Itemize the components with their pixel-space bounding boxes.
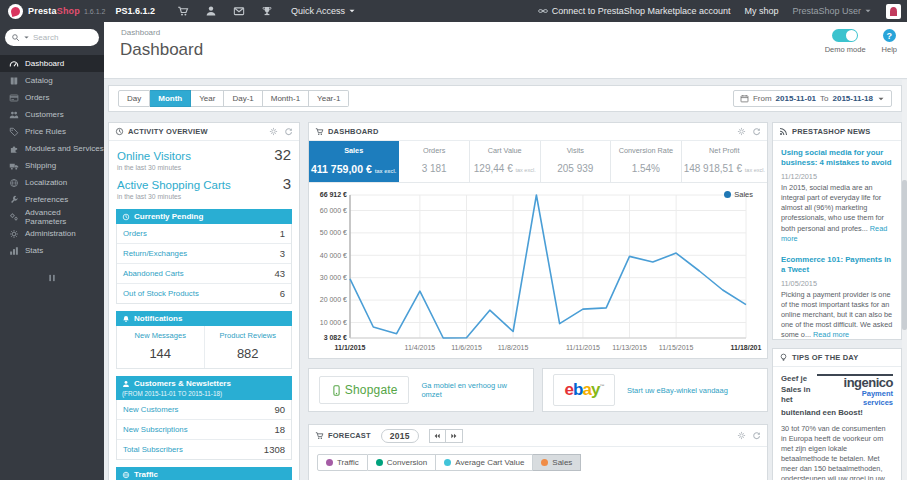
gear-icon[interactable] bbox=[737, 127, 746, 136]
pending-label[interactable]: Abandoned Carts bbox=[123, 269, 184, 278]
forecast-toggle-conversion[interactable]: Conversion bbox=[368, 454, 436, 471]
gear-icon[interactable] bbox=[737, 431, 746, 440]
sidebar-collapse-button[interactable] bbox=[0, 273, 104, 283]
gear-icon[interactable] bbox=[269, 127, 278, 136]
notification-value: 144 bbox=[119, 346, 202, 361]
pending-label[interactable]: Orders bbox=[123, 229, 147, 238]
svg-text:3 082 €: 3 082 € bbox=[324, 334, 347, 341]
kpi-tab-conversion-rate[interactable]: Conversion Rate1.54% bbox=[611, 141, 682, 182]
pending-value: 43 bbox=[274, 268, 285, 279]
series-dot-icon bbox=[444, 459, 451, 466]
ebay-banner[interactable]: ebay™ Start uw eBay-winkel vandaag bbox=[542, 368, 768, 412]
range-button-year-1[interactable]: Year-1 bbox=[309, 90, 349, 107]
forecast-toggle-sales[interactable]: Sales bbox=[533, 454, 581, 471]
sidebar-item-label: Modules and Services bbox=[25, 144, 104, 153]
user-menu[interactable]: PrestaShop User bbox=[792, 6, 872, 16]
range-button-month-1[interactable]: Month-1 bbox=[263, 90, 309, 107]
cart-icon bbox=[315, 431, 324, 440]
forecast-toggle-average-cart-value[interactable]: Average Cart Value bbox=[436, 454, 533, 471]
news-article-title[interactable]: Ecommerce 101: Payments in a Tweet bbox=[781, 255, 893, 275]
scrollbar-track[interactable] bbox=[902, 80, 907, 480]
sales-line-chart: 66 912 €60 000 €50 000 €40 000 €30 000 €… bbox=[312, 185, 762, 355]
sidebar-item-orders[interactable]: Orders bbox=[0, 89, 104, 106]
sidebar-search[interactable] bbox=[5, 29, 99, 46]
kpi-tab-net-profit[interactable]: Net Profit148 918,51 € tax excl. bbox=[682, 141, 767, 182]
range-button-month[interactable]: Month bbox=[150, 90, 191, 107]
help-button[interactable]: ? bbox=[883, 29, 896, 42]
avatar[interactable] bbox=[886, 4, 901, 19]
kpi-tab-cart-value[interactable]: Cart Value129,44 € tax excl. bbox=[470, 141, 541, 182]
date-range-button[interactable]: From 2015-11-01 To 2015-11-18 bbox=[733, 90, 892, 107]
sidebar-item-preferences[interactable]: Preferences bbox=[0, 191, 104, 208]
news-article-title[interactable]: Using social media for your business: 4 … bbox=[781, 148, 893, 168]
sidebar-item-localization[interactable]: Localization bbox=[0, 174, 104, 191]
kpi-tab-orders[interactable]: Orders3 181 bbox=[399, 141, 470, 182]
range-button-day[interactable]: Day bbox=[118, 90, 150, 107]
sidebar-item-price-rules[interactable]: Price Rules bbox=[0, 123, 104, 140]
svg-text:66 912 €: 66 912 € bbox=[320, 191, 347, 198]
sidebar-item-modules-and-services[interactable]: Modules and Services bbox=[0, 140, 104, 157]
search-input[interactable] bbox=[33, 33, 91, 42]
kpi-value: 3 181 bbox=[401, 163, 467, 174]
sidebar-item-shipping[interactable]: Shipping bbox=[0, 157, 104, 174]
breadcrumb[interactable]: Dashboard bbox=[121, 28, 160, 37]
sidebar-item-stats[interactable]: Stats bbox=[0, 242, 104, 259]
my-shop-link[interactable]: My shop bbox=[744, 6, 778, 16]
online-visitors-label[interactable]: Online Visitors bbox=[117, 150, 191, 162]
svg-text:11/8/2015: 11/8/2015 bbox=[498, 344, 529, 351]
kpi-value: 148 918,51 € tax excl. bbox=[684, 163, 765, 174]
topbar: PrestaShop 1.6.1.2 PS1.6.1.2 Quick Acces… bbox=[0, 0, 907, 22]
kpi-tab-sales[interactable]: Sales411 759,00 € tax excl. bbox=[309, 141, 399, 182]
trophy-icon[interactable] bbox=[261, 5, 273, 17]
pending-label[interactable]: Out of Stock Products bbox=[123, 289, 199, 298]
main-header: Dashboard Dashboard Demo mode ? Help bbox=[104, 22, 907, 79]
notification-label[interactable]: New Messages bbox=[119, 331, 202, 340]
pending-value: 3 bbox=[280, 248, 285, 259]
forecast-toggle-traffic[interactable]: Traffic bbox=[317, 454, 368, 471]
scrollbar-thumb[interactable] bbox=[902, 180, 907, 330]
notification-label[interactable]: Product Reviews bbox=[207, 331, 290, 340]
person-icon[interactable] bbox=[205, 5, 217, 17]
next-year-button[interactable] bbox=[446, 429, 463, 443]
forecast-year: 2015 bbox=[381, 429, 419, 443]
kpi-tab-visits[interactable]: Visits205 939 bbox=[541, 141, 612, 182]
cart-icon[interactable] bbox=[177, 5, 189, 17]
sidebar-item-administration[interactable]: Administration bbox=[0, 225, 104, 242]
help-label: Help bbox=[882, 45, 897, 54]
shopgate-banner[interactable]: Shopgate Ga mobiel en verhoog uw omzet bbox=[308, 368, 534, 412]
kpi-label: Conversion Rate bbox=[613, 146, 679, 155]
previous-year-button[interactable] bbox=[429, 429, 446, 443]
marketplace-link[interactable]: Connect to PrestaShop Marketplace accoun… bbox=[538, 6, 731, 16]
tips-body-text: 30 tot 70% van de consumenten in Europa … bbox=[781, 424, 893, 480]
prestashop-news-panel: PRESTASHOP NEWS Using social media for y… bbox=[772, 122, 902, 340]
sidebar-item-advanced-parameters[interactable]: Advanced Parameters bbox=[0, 208, 104, 225]
svg-text:60 000 €: 60 000 € bbox=[320, 207, 347, 214]
read-more-link[interactable]: Read more bbox=[813, 330, 849, 339]
sidebar-item-dashboard[interactable]: Dashboard bbox=[0, 55, 104, 72]
active-carts-label[interactable]: Active Shopping Carts bbox=[117, 179, 231, 191]
shopgate-link[interactable]: Ga mobiel en verhoog uw omzet bbox=[421, 381, 523, 399]
pending-row: Abandoned Carts43 bbox=[117, 264, 291, 284]
customers-label[interactable]: New Subscriptions bbox=[123, 425, 188, 434]
envelope-icon[interactable] bbox=[233, 5, 245, 17]
range-button-year[interactable]: Year bbox=[191, 90, 224, 107]
tag-icon bbox=[9, 127, 19, 137]
news-article-date: 11/05/2015 bbox=[781, 279, 893, 288]
refresh-icon[interactable] bbox=[284, 127, 293, 136]
ebay-link[interactable]: Start uw eBay-winkel vandaag bbox=[627, 386, 728, 395]
sidebar-item-catalog[interactable]: Catalog bbox=[0, 72, 104, 89]
date-from-value: 2015-11-01 bbox=[776, 94, 816, 103]
pending-label[interactable]: Return/Exchanges bbox=[123, 249, 187, 258]
range-button-day-1[interactable]: Day-1 bbox=[224, 90, 262, 107]
sidebar-item-label: Dashboard bbox=[25, 59, 64, 68]
online-visitors-subtitle: in the last 30 minutes bbox=[117, 164, 291, 171]
refresh-icon[interactable] bbox=[752, 127, 761, 136]
quick-access-menu[interactable]: Quick Access bbox=[291, 6, 356, 16]
demo-mode-toggle[interactable] bbox=[832, 29, 858, 42]
customers-label[interactable]: Total Subscribers bbox=[123, 445, 183, 454]
customers-icon bbox=[9, 110, 19, 120]
customers-value: 90 bbox=[274, 404, 285, 415]
sidebar-item-customers[interactable]: Customers bbox=[0, 106, 104, 123]
refresh-icon[interactable] bbox=[752, 431, 761, 440]
customers-label[interactable]: New Customers bbox=[123, 405, 178, 414]
